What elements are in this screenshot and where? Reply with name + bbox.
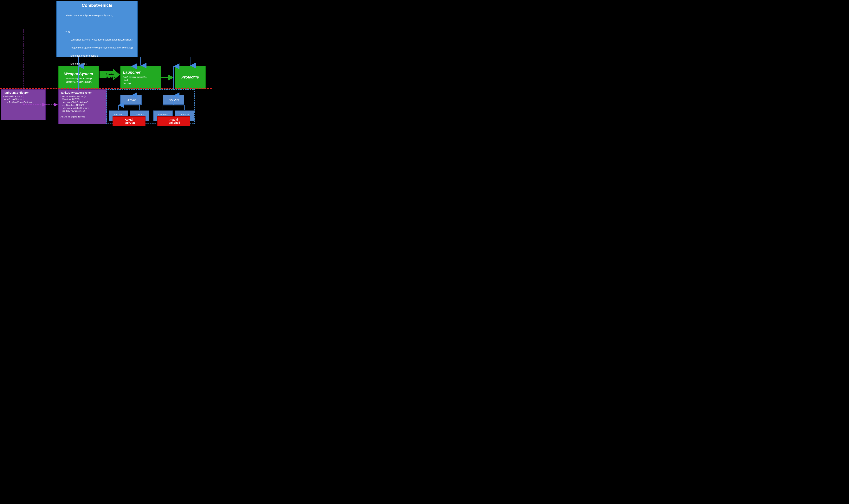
actual-tankshell-title: Actual TankShell bbox=[167, 118, 180, 124]
actual-tankshell-box: Actual TankShell bbox=[157, 116, 190, 126]
tank-gun-configurer-box: TankGunConfigurer CombatVehicle tank = n… bbox=[1, 89, 46, 120]
creates-virtually-label: Creates Virtually bbox=[101, 71, 120, 81]
actual-tankgun-box: Actual TankGun bbox=[112, 116, 145, 126]
weapon-system-sub: Launcher acquireLauncher(); Projectile a… bbox=[65, 77, 92, 83]
launcher-title: Launcher bbox=[123, 70, 140, 75]
launcher-box: Launcher load(Projectile projectile); ai… bbox=[120, 66, 161, 89]
tank-gun-weapon-system-box: TankGunWeaponSystem Launcher acquireLaun… bbox=[58, 89, 107, 124]
tank-gun-weapon-system-title: TankGunWeaponSystem bbox=[60, 91, 92, 94]
projectile-box: Projectile bbox=[175, 66, 206, 89]
tank-gun-weapon-system-code: Launcher acquireLauncher() { if (mode ==… bbox=[60, 95, 89, 118]
launcher-sub: load(Projectile projectile); aim(); laun… bbox=[123, 75, 147, 85]
diagram: CombatVehicle private WeaponsSystem weap… bbox=[0, 0, 212, 126]
projectile-title: Projectile bbox=[181, 75, 199, 79]
tank-gun-configurer-code: CombatVehicle tank = new CombatVehicle( … bbox=[3, 95, 33, 104]
tank-gun-configurer-title: TankGunConfigurer bbox=[3, 91, 29, 94]
actual-tankgun-title: Actual TankGun bbox=[123, 118, 135, 124]
combat-vehicle-box: CombatVehicle private WeaponsSystem weap… bbox=[56, 1, 138, 57]
weapon-system-box: WeaponSystem Launcher acquireLauncher();… bbox=[58, 66, 99, 89]
weapon-system-title: WeaponSystem bbox=[64, 72, 93, 76]
combat-vehicle-title: CombatVehicle bbox=[82, 3, 112, 8]
